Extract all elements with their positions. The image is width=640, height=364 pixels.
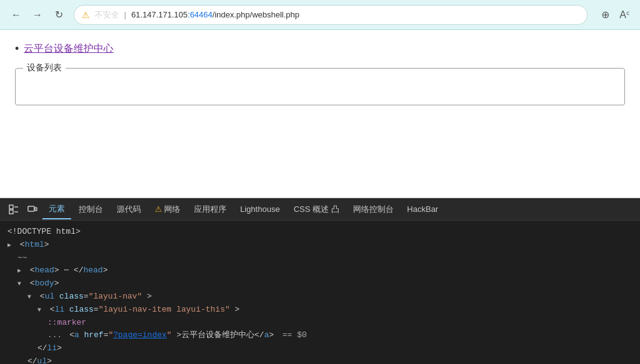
dom-selected-indicator: == $0	[283, 330, 307, 340]
address-bar[interactable]: ⚠ 不安全 | 61.147.171.105:64464/index.php/w…	[74, 5, 588, 25]
svg-rect-1	[9, 210, 13, 214]
tab-network[interactable]: ⚠网络	[148, 200, 187, 219]
html-squiggle-line: ~~	[7, 252, 633, 265]
marker-pseudo-line: ::marker	[7, 317, 633, 330]
tab-hackbar[interactable]: HackBar	[401, 201, 445, 218]
browser-chrome: ← → ↻ ⚠ 不安全 | 61.147.171.105:64464/index…	[0, 0, 640, 30]
network-warning-icon: ⚠	[155, 204, 162, 214]
head-tag-line[interactable]: <head> ⋯ </head>	[7, 264, 633, 277]
nav-buttons: ← → ↻	[7, 6, 67, 24]
refresh-button[interactable]: ↻	[50, 6, 67, 24]
tab-network-console[interactable]: 网络控制台	[347, 200, 400, 219]
cloud-platform-link[interactable]: 云平台设备维护中心	[24, 42, 114, 55]
li-close-line: </li>	[7, 342, 633, 355]
devtools-panel: 元素 控制台 源代码 ⚠网络 应用程序 Lighthouse CSS 概述 凸 …	[0, 198, 640, 364]
svg-rect-0	[9, 205, 13, 209]
svg-rect-5	[35, 208, 37, 211]
svg-rect-4	[28, 206, 34, 211]
url-path: /index.php/webshell.php	[213, 10, 300, 19]
head-expand-triangle[interactable]	[17, 264, 25, 277]
url-display: 61.147.171.105:64464/index.php/webshell.…	[131, 10, 299, 19]
address-separator: |	[124, 10, 126, 19]
body-tag-line[interactable]: <body>	[7, 277, 633, 290]
body-expand-triangle[interactable]	[17, 277, 25, 290]
device-list-box: 设备列表	[15, 68, 625, 105]
font-button[interactable]: Aᶜ	[617, 7, 633, 22]
html-doctype-line: <!DOCTYPE html>	[7, 226, 633, 239]
device-icon	[27, 204, 37, 214]
inspect-icon	[9, 204, 19, 214]
device-list-legend: 设备列表	[23, 62, 65, 74]
li-tag-line[interactable]: <li class="layui-nav-item layui-this" >	[7, 304, 633, 317]
dots-indicator: ...	[47, 329, 62, 342]
nav-link-item: • 云平台设备维护中心	[15, 42, 625, 55]
address-action-icons: ⊕ Aᶜ	[599, 7, 633, 22]
anchor-tag-line[interactable]: ... <a href="?page=index" >云平台设备维护中心</a>…	[7, 329, 633, 342]
tab-lighthouse[interactable]: Lighthouse	[234, 201, 286, 218]
devtools-tabs-bar: 元素 控制台 源代码 ⚠网络 应用程序 Lighthouse CSS 概述 凸 …	[0, 198, 640, 221]
security-warning-icon: ⚠	[82, 10, 90, 20]
inspect-element-button[interactable]	[5, 202, 22, 217]
li-expand-triangle[interactable]	[37, 304, 45, 317]
insecure-label: 不安全	[95, 9, 119, 21]
html-expand-triangle[interactable]	[7, 239, 15, 252]
devtools-html-inspector[interactable]: <!DOCTYPE html> <html> ~~ <head> ⋯ </hea…	[0, 221, 640, 364]
href-link[interactable]: ?page=index	[114, 330, 167, 340]
device-toolbar-button[interactable]	[24, 202, 41, 217]
ul-close-line: </ul>	[7, 355, 633, 364]
ul-expand-triangle[interactable]	[27, 290, 35, 304]
back-button[interactable]: ←	[7, 6, 25, 24]
ul-tag-line[interactable]: <ul class="layui-nav" >	[7, 290, 633, 304]
url-port: :64464	[188, 10, 213, 19]
zoom-button[interactable]: ⊕	[599, 7, 612, 22]
tab-sources[interactable]: 源代码	[110, 200, 147, 219]
tab-elements[interactable]: 元素	[42, 199, 71, 219]
bullet-point: •	[15, 42, 19, 55]
html-tag-line[interactable]: <html>	[7, 239, 633, 252]
page-content: • 云平台设备维护中心 设备列表	[0, 30, 640, 198]
tab-console[interactable]: 控制台	[72, 200, 109, 219]
url-host: 61.147.171.105	[131, 10, 187, 19]
tab-application[interactable]: 应用程序	[188, 200, 233, 219]
forward-button[interactable]: →	[29, 6, 46, 24]
tab-css-overview[interactable]: CSS 概述 凸	[288, 200, 346, 219]
